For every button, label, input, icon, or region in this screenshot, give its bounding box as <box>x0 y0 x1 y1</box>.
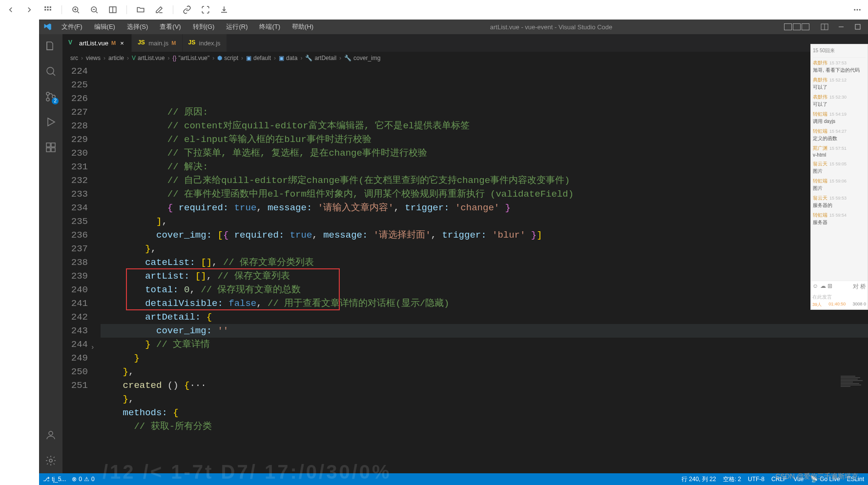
chat-toolbar[interactable]: ☺ ☁ ⊞ 对 桥 <box>812 283 866 291</box>
menu-edit[interactable]: 编辑(E) <box>89 20 120 33</box>
breadcrumb-item[interactable]: 🔧 artDetail <box>305 55 336 61</box>
overlay-watermark: /12 /< 1-7t D7/ 17:/0/30/0% <box>103 461 392 473</box>
code-line[interactable]: // 解决: <box>101 160 868 174</box>
editor-tab[interactable]: JSindex.js <box>183 34 227 52</box>
time-display: 01:40:50 <box>828 302 846 308</box>
code-line[interactable]: // 在事件处理函数中用el-form组件对象内, 调用某个校验规则再重新执行 … <box>101 187 868 201</box>
code-line[interactable]: total: 0, // 保存现有文章的总数 <box>101 283 868 297</box>
editor-area: VartList.vueM×JSmain.jsMJSindex.js src›v… <box>62 34 868 473</box>
svg-rect-21 <box>51 148 55 152</box>
code-line[interactable]: cover_img: [{ required: true, message: '… <box>101 228 868 242</box>
source-control-icon[interactable]: 2 <box>44 90 58 103</box>
zoom-out-icon[interactable] <box>89 5 99 15</box>
editor-tabs: VartList.vueM×JSmain.jsMJSindex.js <box>62 34 868 52</box>
window-title: artList.vue - vue-event - Visual Studio … <box>318 23 784 31</box>
code-line[interactable]: detailVisible: false, // 用于查看文章详情的对话框(显示… <box>101 297 868 310</box>
code-editor[interactable]: 2242252262272282292302312322332342352362… <box>62 64 868 473</box>
code-line[interactable]: // 原因: <box>101 105 868 119</box>
code-line[interactable]: ], <box>101 215 868 228</box>
git-branch[interactable]: ⎇ tj_5... <box>43 476 66 483</box>
code-line[interactable]: // 获取-所有分类 <box>101 420 868 433</box>
maximize-icon[interactable] <box>851 22 864 32</box>
code-line[interactable]: // 自己来给quill-editor绑定change事件(在文档里查到的它支持… <box>101 174 868 187</box>
code-line[interactable]: }, <box>101 242 868 256</box>
apps-icon[interactable] <box>43 5 53 15</box>
menu-selection[interactable]: 选择(S) <box>122 20 153 33</box>
explorer-icon[interactable] <box>44 39 58 53</box>
split-editor-icon[interactable] <box>818 22 831 32</box>
menu-view[interactable]: 查看(V) <box>155 20 186 33</box>
zoom-in-icon[interactable] <box>71 5 81 15</box>
breadcrumb-item[interactable]: ▣ default <box>246 55 271 61</box>
svg-point-10 <box>857 9 858 11</box>
browser-toolbar <box>0 0 868 20</box>
code-line[interactable]: // content对应quill-editor富文本编辑器, 它不是el提供表… <box>101 119 868 133</box>
svg-point-11 <box>859 9 861 11</box>
link-icon[interactable] <box>182 5 192 15</box>
code-line[interactable]: }, <box>101 392 868 406</box>
svg-rect-19 <box>51 143 55 147</box>
chat-panel: 15 50回来 表默伟15 37:53旭哥, 看看下边的代码典默伟15 52:1… <box>810 44 868 310</box>
settings-icon[interactable] <box>44 454 58 467</box>
code-line[interactable]: cateList: [], // 保存文章分类列表 <box>101 256 868 269</box>
code-line[interactable]: { required: true, message: '请输入文章内容', tr… <box>101 201 868 215</box>
code-line[interactable]: artDetail: { <box>101 310 868 324</box>
code-line[interactable]: // 下拉菜单, 单选框, 复选框, 是在change事件时进行校验 <box>101 146 868 160</box>
cursor-position[interactable]: 行 240, 列 22 <box>682 475 716 484</box>
chat-message: 转虹端15 59:06图片 <box>813 178 866 192</box>
fullscreen-icon[interactable] <box>201 5 210 15</box>
breadcrumb-item[interactable]: ▣ data <box>279 55 297 61</box>
chat-input-placeholder[interactable]: 在此发言 <box>812 293 866 302</box>
code-line[interactable]: // el-input等输入框的在blur事件时进行校验 <box>101 133 868 146</box>
minimap[interactable] <box>839 376 868 473</box>
breadcrumb-item[interactable]: 🔧 cover_img <box>344 55 380 61</box>
editor-tab[interactable]: JSmain.jsM <box>132 34 182 52</box>
code-line[interactable]: } <box>101 351 868 365</box>
layout-icons[interactable] <box>784 23 809 30</box>
chat-message: 表默伟15 37:53旭哥, 看看下边的代码 <box>813 60 866 74</box>
split-view-icon[interactable] <box>108 5 118 15</box>
extensions-icon[interactable] <box>44 141 58 154</box>
editor-tab[interactable]: VartList.vueM× <box>62 34 132 52</box>
code-line[interactable]: } // 文章详情 <box>101 338 868 351</box>
menu-run[interactable]: 运行(R) <box>221 20 252 33</box>
chat-message: 典默伟15 52:12可以了 <box>813 77 866 91</box>
search-icon[interactable] <box>44 64 58 78</box>
more-icon[interactable] <box>852 5 862 15</box>
breadcrumb-item[interactable]: src <box>70 55 78 61</box>
code-line[interactable]: methods: { <box>101 406 868 420</box>
code-line[interactable]: created () {··· <box>101 379 868 392</box>
minimize-icon[interactable] <box>835 22 847 32</box>
titlebar: 文件(F) 编辑(E) 选择(S) 查看(V) 转到(G) 运行(R) 终端(T… <box>39 20 868 34</box>
breadcrumb-item[interactable]: {} "artList.vue" <box>172 55 209 61</box>
breadcrumb-item[interactable]: V artList.vue <box>132 55 165 61</box>
svg-rect-1 <box>47 6 49 8</box>
edit-icon[interactable] <box>154 5 164 15</box>
back-icon[interactable] <box>6 5 16 15</box>
chat-message: 翁云天15 59:05图片 <box>813 161 866 175</box>
menu-help[interactable]: 帮助(H) <box>287 20 318 33</box>
svg-point-9 <box>854 9 855 11</box>
folder-icon[interactable] <box>136 5 145 15</box>
menu-terminal[interactable]: 终端(T) <box>254 20 285 33</box>
code-line[interactable]: cover_img: '' <box>101 324 868 338</box>
menu-bar: 文件(F) 编辑(E) 选择(S) 查看(V) 转到(G) 运行(R) 终端(T… <box>57 20 318 33</box>
breadcrumb[interactable]: src›views›article›V artList.vue›{} "artL… <box>62 52 868 64</box>
indent-spaces[interactable]: 空格: 2 <box>723 475 741 484</box>
forward-icon[interactable] <box>24 5 34 15</box>
code-line[interactable]: }, <box>101 365 868 379</box>
breadcrumb-item[interactable]: article <box>108 55 124 61</box>
errors-count[interactable]: ⊗ 0 ⚠ 0 <box>72 476 94 483</box>
account-icon[interactable] <box>44 428 58 442</box>
encoding[interactable]: UTF-8 <box>748 476 765 483</box>
menu-go[interactable]: 转到(G) <box>188 20 220 33</box>
breadcrumb-item[interactable]: ⬢ script <box>217 55 238 61</box>
menu-file[interactable]: 文件(F) <box>57 20 87 33</box>
activity-bar: 2 <box>39 34 62 473</box>
svg-rect-4 <box>47 9 49 11</box>
breadcrumb-item[interactable]: views <box>86 55 101 61</box>
close-tab-icon[interactable]: × <box>119 40 125 46</box>
download-icon[interactable] <box>219 5 229 15</box>
run-debug-icon[interactable] <box>44 115 58 129</box>
code-line[interactable]: artList: [], // 保存文章列表 <box>101 269 868 283</box>
